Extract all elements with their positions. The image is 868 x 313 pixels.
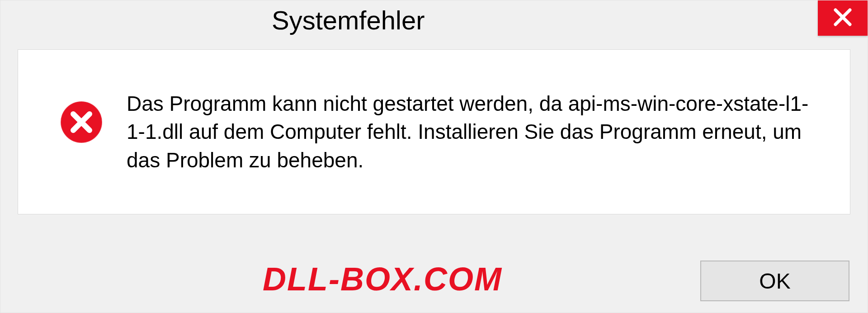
watermark-text: DLL-BOX.COM — [263, 261, 502, 298]
error-message: Das Programm kann nicht gestartet werden… — [127, 90, 823, 174]
close-icon — [833, 7, 853, 29]
content-panel: Das Programm kann nicht gestartet werden… — [18, 49, 850, 214]
ok-button[interactable]: OK — [700, 261, 849, 301]
close-button[interactable] — [818, 0, 868, 36]
error-dialog: Systemfehler Das Programm kann nicht ges… — [0, 0, 868, 313]
titlebar: Systemfehler — [0, 0, 868, 46]
ok-button-label: OK — [759, 269, 790, 294]
error-icon — [59, 100, 104, 147]
dialog-footer: DLL-BOX.COM OK — [0, 261, 868, 301]
dialog-title: Systemfehler — [272, 5, 425, 35]
